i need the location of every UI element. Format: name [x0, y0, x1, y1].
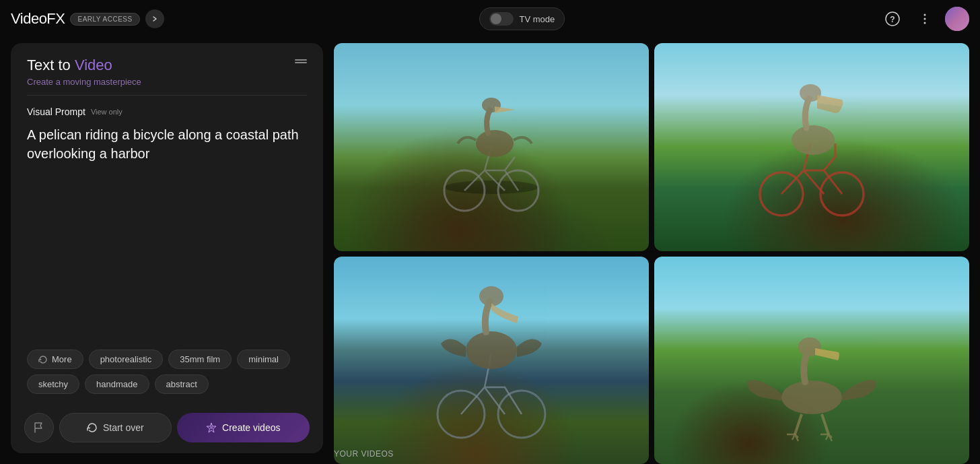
panel-footer: Start over Create videos	[11, 405, 323, 453]
svg-point-5	[210, 426, 213, 429]
collapse-bar-top	[295, 59, 307, 61]
style-tags-container: More photorealistic 35mm film minimal sk…	[11, 341, 323, 405]
start-over-icon	[87, 422, 98, 433]
pelican-silhouette-2	[731, 59, 893, 234]
more-options-button[interactable]	[913, 7, 937, 31]
svg-point-13	[792, 125, 835, 155]
prompt-label-row: Visual Prompt View only	[27, 106, 307, 117]
flag-icon	[33, 422, 45, 434]
prompt-label: Visual Prompt	[27, 106, 85, 117]
header-right: ?	[880, 7, 969, 31]
svg-text:?: ?	[890, 15, 895, 24]
tag-more-label: More	[52, 354, 72, 364]
pelican-silhouette-3	[424, 273, 559, 448]
svg-point-2	[924, 14, 926, 16]
svg-point-17	[466, 331, 517, 369]
tag-35mm-film-label: 35mm film	[180, 354, 220, 364]
pelican-overlay-2	[654, 43, 969, 251]
video-thumb-2[interactable]	[654, 43, 969, 251]
tag-35mm-film[interactable]: 35mm film	[168, 350, 232, 369]
tag-photorealistic[interactable]: photorealistic	[89, 350, 164, 369]
flag-button[interactable]	[24, 413, 54, 442]
refresh-icon	[38, 355, 48, 364]
pelican-overlay-3	[334, 257, 649, 465]
panel-header: Text to Video Create a moving masterpiec…	[11, 43, 323, 95]
sparkle-icon	[206, 422, 217, 433]
logo-text: VideoFX	[11, 10, 65, 27]
prompt-text: A pelican riding a bicycle along a coast…	[27, 125, 307, 163]
tag-minimal[interactable]: minimal	[237, 350, 290, 369]
tag-abstract-label: abstract	[166, 379, 197, 389]
tag-minimal-label: minimal	[248, 354, 279, 364]
header-left: VideoFX EARLY ACCESS	[11, 9, 164, 28]
tag-abstract[interactable]: abstract	[155, 374, 209, 394]
panel-subtitle: Create a moving masterpiece	[27, 77, 307, 87]
header-center: TV mode	[479, 7, 565, 30]
header-expand-button[interactable]	[145, 9, 164, 28]
video-thumb-1[interactable]	[334, 43, 649, 251]
more-options-icon	[918, 12, 932, 26]
help-icon: ?	[885, 11, 900, 26]
start-over-label: Start over	[103, 422, 144, 433]
video-grid: YOUR VIDEOS	[334, 43, 969, 464]
tv-mode-toggle[interactable]: TV mode	[479, 7, 565, 30]
left-panel: Text to Video Create a moving masterpiec…	[11, 43, 323, 453]
video-grid-inner	[334, 43, 969, 464]
user-avatar[interactable]	[945, 7, 969, 31]
tag-handmade-label: handmade	[96, 379, 137, 389]
pelican-overlay-1	[334, 43, 649, 251]
avatar-image	[945, 7, 969, 31]
create-videos-label: Create videos	[222, 422, 280, 433]
panel-title-part1: Text to	[27, 57, 71, 73]
svg-point-4	[924, 22, 926, 24]
early-access-badge: EARLY ACCESS	[70, 13, 139, 26]
video-thumb-4[interactable]	[654, 257, 969, 465]
panel-title: Text to Video	[27, 57, 307, 74]
panel-title-part2: Video	[75, 57, 112, 73]
your-videos-label: YOUR VIDEOS	[334, 449, 394, 459]
svg-point-19	[781, 380, 842, 414]
view-only-badge: View only	[91, 108, 123, 116]
toggle-knob	[491, 13, 501, 24]
chevron-icon	[150, 14, 160, 24]
toggle-track	[489, 12, 514, 26]
svg-point-9	[476, 130, 514, 157]
app-logo: VideoFX	[11, 10, 65, 28]
create-videos-button[interactable]: Create videos	[177, 413, 310, 442]
prompt-section: Visual Prompt View only A pelican riding…	[11, 96, 323, 341]
tv-mode-label: TV mode	[519, 14, 555, 24]
video-thumb-3[interactable]	[334, 257, 649, 465]
tag-sketchy-label: sketchy	[38, 379, 68, 389]
svg-point-3	[924, 18, 926, 20]
pelican-silhouette-4	[734, 273, 889, 448]
pelican-silhouette-1	[417, 66, 565, 228]
app-header: VideoFX EARLY ACCESS TV mode ?	[0, 0, 980, 38]
tag-handmade[interactable]: handmade	[85, 374, 149, 394]
panel-collapse-button[interactable]	[292, 57, 310, 66]
tag-more[interactable]: More	[27, 350, 83, 369]
tag-sketchy[interactable]: sketchy	[27, 374, 79, 394]
svg-point-6	[444, 180, 538, 194]
svg-line-20	[795, 414, 802, 434]
svg-line-21	[822, 414, 829, 434]
collapse-bar-bottom	[295, 62, 307, 63]
help-button[interactable]: ?	[880, 7, 905, 31]
tag-photorealistic-label: photorealistic	[100, 354, 152, 364]
start-over-button[interactable]: Start over	[59, 413, 172, 442]
pelican-overlay-4	[654, 257, 969, 465]
